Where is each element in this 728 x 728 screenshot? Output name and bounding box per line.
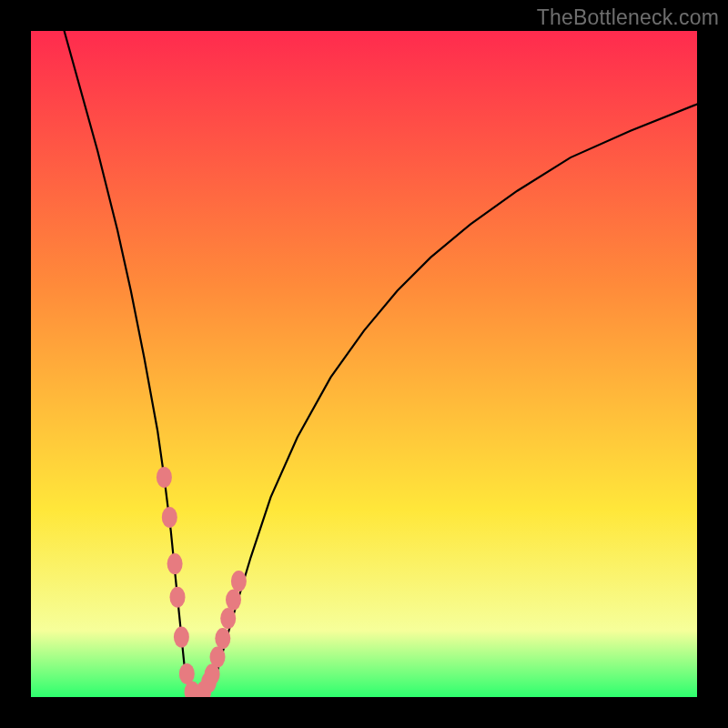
curve-marker bbox=[170, 587, 186, 608]
curve-marker bbox=[167, 553, 183, 574]
plot-area bbox=[31, 31, 697, 697]
curve-marker bbox=[174, 627, 189, 648]
curve-marker bbox=[157, 467, 172, 488]
gradient-background bbox=[31, 31, 697, 697]
curve-marker bbox=[162, 507, 177, 528]
chart-canvas bbox=[31, 31, 697, 697]
curve-marker bbox=[215, 628, 230, 649]
watermark-text: TheBottleneck.com bbox=[537, 5, 719, 30]
outer-frame: TheBottleneck.com bbox=[0, 0, 728, 728]
curve-marker bbox=[210, 647, 226, 668]
curve-marker bbox=[179, 663, 195, 684]
curve-marker bbox=[220, 608, 236, 629]
curve-marker bbox=[231, 571, 247, 592]
curve-marker bbox=[226, 590, 241, 611]
